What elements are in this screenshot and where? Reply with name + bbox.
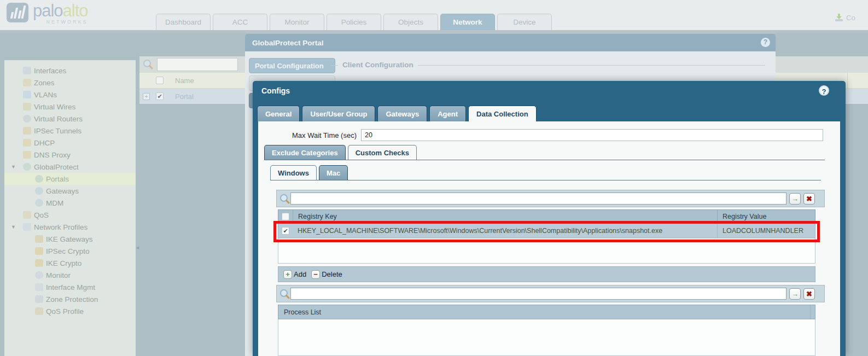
registry-table-row[interactable]: ✔ HKEY_LOCAL_MACHINE\SOFTWARE\Microsoft\…: [278, 224, 815, 238]
expander-icon[interactable]: ▼: [11, 224, 16, 230]
tab-dashboard[interactable]: Dashboard: [156, 14, 211, 30]
registry-table-header: Registry Key Registry Value: [278, 209, 815, 224]
sidebar-collapse-icon[interactable]: ◂: [136, 244, 139, 250]
paloalto-wordmark: paloalto NETWORKS: [33, 3, 88, 25]
sidebar-item-virtual-routers[interactable]: Virtual Routers: [4, 113, 136, 125]
lock-icon: [35, 259, 43, 267]
mdm-icon: [35, 199, 43, 207]
row-checkbox[interactable]: ✔: [282, 227, 289, 235]
sidebar-item-vlans[interactable]: VLANs: [4, 89, 136, 101]
ipsec-tunnels-icon: [23, 127, 31, 135]
apply-filter-button[interactable]: →: [789, 193, 801, 205]
sidebar-item-zone-protection[interactable]: Zone Protection: [4, 293, 136, 305]
help-icon[interactable]: ?: [761, 38, 770, 47]
search-icon: [279, 289, 290, 300]
commit-button[interactable]: Co: [834, 13, 868, 22]
tab-divider: [264, 160, 825, 160]
registry-key-header: Registry Key: [293, 210, 717, 223]
registry-filter-input[interactable]: [290, 192, 787, 205]
sidebar-item-ike-crypto[interactable]: IKE Crypto: [4, 257, 136, 269]
tab-objects[interactable]: Objects: [383, 14, 438, 30]
sidebar-item-dns-proxy[interactable]: DNS Proxy: [4, 149, 136, 161]
configs-dialog-title: Configs: [261, 86, 290, 95]
sidebar-item-monitor[interactable]: Monitor: [4, 269, 136, 281]
sidebar-item-dhcp[interactable]: DHCP: [4, 137, 136, 149]
dhcp-icon: [23, 139, 31, 147]
registry-action-bar: + Add − Delete: [278, 266, 815, 282]
sidebar-item-mdm[interactable]: MDM: [4, 197, 136, 209]
tab-portal-configuration[interactable]: Portal Configuration: [249, 58, 335, 73]
add-label: Add: [294, 270, 306, 278]
registry-table-empty-area: [278, 238, 815, 264]
tab-exclude-categories[interactable]: Exclude Categories: [264, 145, 346, 160]
main-nav-tabs: Dashboard ACC Monitor Policies Objects N…: [156, 14, 554, 30]
tab-data-collection[interactable]: Data Collection: [468, 106, 537, 121]
delete-button[interactable]: − Delete: [311, 270, 342, 279]
configs-tabs: General User/User Group Gateways Agent D…: [257, 106, 537, 121]
os-tabs: Windows Mac: [270, 165, 348, 180]
expand-row-icon[interactable]: +: [143, 93, 150, 100]
help-icon[interactable]: ?: [819, 85, 829, 96]
tab-gateways[interactable]: Gateways: [377, 106, 427, 121]
portal-row-checkbox[interactable]: ✔: [156, 92, 164, 100]
registry-table: Registry Key Registry Value ✔ HKEY_LOCAL…: [278, 209, 815, 264]
sidebar-item-ike-gateways[interactable]: IKE Gateways: [4, 233, 136, 245]
add-icon: +: [283, 270, 292, 279]
registry-value-cell: LOADCOLUMNHANDLER: [717, 224, 815, 238]
tab-user-group[interactable]: User/User Group: [302, 106, 375, 121]
clear-filter-button[interactable]: ✖: [803, 288, 815, 300]
tab-agent[interactable]: Agent: [429, 106, 466, 121]
portals-search-input[interactable]: [157, 58, 238, 71]
process-list-header: Process List: [278, 305, 815, 319]
header-divider: [0, 30, 868, 33]
name-column-header: Name: [175, 77, 194, 85]
process-list-column-header: Process List: [278, 308, 810, 316]
tab-mac[interactable]: Mac: [319, 165, 348, 180]
commit-label: Co: [846, 14, 855, 22]
sidebar-item-gateways[interactable]: Gateways: [4, 185, 136, 197]
sidebar-item-virtual-wires[interactable]: Virtual Wires: [4, 101, 136, 113]
registry-filter-bar: → ✖: [276, 190, 825, 207]
tab-network[interactable]: Network: [440, 14, 495, 30]
delete-label: Delete: [322, 270, 342, 278]
column-divider: [810, 305, 815, 319]
top-header: paloalto NETWORKS Dashboard ACC Monitor …: [0, 0, 868, 30]
tab-device[interactable]: Device: [497, 14, 552, 30]
select-all-checkbox[interactable]: [156, 77, 164, 84]
sidebar-item-portals[interactable]: Portals: [4, 173, 136, 185]
sidebar-item-network-profiles[interactable]: ▼Network Profiles: [4, 221, 136, 233]
commit-icon: [834, 13, 844, 22]
portal-row-label: Portal: [175, 92, 194, 101]
sidebar-item-interface-mgmt[interactable]: Interface Mgmt: [4, 281, 136, 293]
sidebar-item-zones[interactable]: Zones: [4, 77, 136, 89]
brand-palo: palo: [33, 1, 63, 20]
add-button[interactable]: + Add: [283, 270, 306, 279]
qos-profile-icon: [35, 307, 43, 315]
check-tabs: Exclude Categories Custom Checks: [264, 145, 417, 160]
tab-custom-checks[interactable]: Custom Checks: [348, 145, 417, 160]
sidebar-item-qos[interactable]: QoS: [4, 209, 136, 221]
sidebar-item-ipsec-tunnels[interactable]: IPSec Tunnels: [4, 125, 136, 137]
brand-alto: alto: [63, 1, 88, 20]
sidebar-item-interfaces[interactable]: Interfaces: [4, 65, 136, 77]
sidebar-item-qos-profile[interactable]: QoS Profile: [4, 305, 136, 317]
tab-monitor[interactable]: Monitor: [270, 14, 324, 30]
process-filter-input[interactable]: [290, 288, 787, 300]
sidebar-item-ipsec-crypto[interactable]: IPSec Crypto: [4, 245, 136, 257]
tab-policies[interactable]: Policies: [327, 14, 381, 30]
tab-windows[interactable]: Windows: [270, 165, 317, 180]
network-sidebar: Interfaces Zones VLANs Virtual Wires Vir…: [4, 60, 136, 356]
select-all-checkbox[interactable]: [282, 213, 289, 220]
clear-filter-button[interactable]: ✖: [803, 193, 815, 205]
expander-icon[interactable]: ▼: [11, 164, 16, 170]
zones-icon: [23, 79, 31, 86]
tab-acc[interactable]: ACC: [213, 14, 267, 30]
process-filter-bar: → ✖: [276, 285, 825, 302]
apply-filter-button[interactable]: →: [789, 288, 801, 300]
portal-dialog-title: GlobalProtect Portal: [252, 39, 324, 47]
sidebar-item-globalprotect[interactable]: ▼GlobalProtect: [4, 161, 136, 173]
search-icon: [279, 194, 290, 205]
max-wait-time-input[interactable]: [361, 129, 823, 141]
max-wait-time-label: Max Wait Time (sec): [258, 131, 357, 139]
tab-general[interactable]: General: [257, 106, 300, 121]
